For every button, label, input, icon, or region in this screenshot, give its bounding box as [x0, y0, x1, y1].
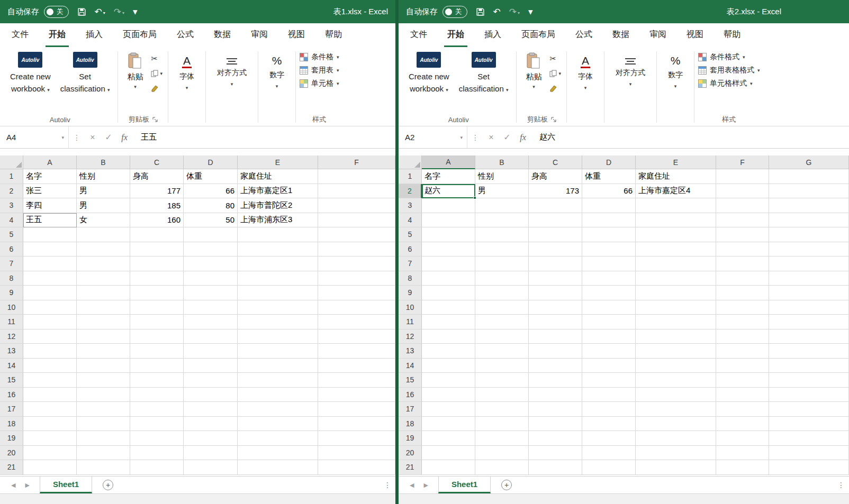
column-header-A[interactable]: A: [422, 155, 475, 169]
row-header-20[interactable]: 20: [0, 446, 23, 461]
row-header-2[interactable]: 2: [0, 184, 23, 199]
cell-D8[interactable]: [184, 271, 238, 286]
cell-F14[interactable]: [716, 359, 769, 373]
create-new-workbook-button[interactable]: Autoliv Create new workbook ▾: [6, 49, 55, 94]
cell-B13[interactable]: [77, 344, 130, 359]
format-painter-button[interactable]: [548, 83, 563, 94]
ribbon-tab-公式[interactable]: 公式: [572, 23, 595, 47]
cell-F11[interactable]: [716, 315, 769, 329]
cell-F18[interactable]: [716, 417, 769, 432]
save-icon[interactable]: [476, 7, 485, 16]
row-header-9[interactable]: 9: [399, 286, 422, 300]
cell-B8[interactable]: [77, 271, 130, 286]
column-header-F[interactable]: F: [716, 155, 769, 169]
cell-D10[interactable]: [184, 300, 238, 315]
cell-B16[interactable]: [475, 388, 529, 402]
cell-F8[interactable]: [716, 271, 769, 286]
cell-E11[interactable]: [238, 315, 318, 329]
cell-E1[interactable]: 家庭住址: [636, 169, 716, 184]
cell-A13[interactable]: [422, 344, 475, 359]
cell-C20[interactable]: [529, 446, 582, 461]
cell-A18[interactable]: [422, 417, 475, 432]
cell-A17[interactable]: [422, 402, 475, 417]
cell-F8[interactable]: [318, 271, 395, 286]
number-group-button[interactable]: % 数字 ▾: [661, 50, 690, 89]
cell-E13[interactable]: [238, 344, 318, 359]
cell-A18[interactable]: [23, 417, 77, 432]
cell-F2[interactable]: [318, 184, 395, 199]
cell-G2[interactable]: [769, 184, 849, 199]
ribbon-tab-文件[interactable]: 文件: [8, 23, 32, 47]
cell-B3[interactable]: 男: [77, 198, 130, 213]
cell-B6[interactable]: [475, 242, 529, 257]
cell-A4[interactable]: 王五: [23, 213, 77, 228]
row-header-3[interactable]: 3: [0, 198, 23, 213]
cell-E16[interactable]: [636, 388, 716, 402]
row-header-18[interactable]: 18: [399, 417, 422, 432]
cell-C2[interactable]: 173: [529, 184, 582, 199]
row-header-4[interactable]: 4: [399, 213, 422, 228]
cell-F5[interactable]: [318, 227, 395, 242]
cell-D18[interactable]: [582, 417, 636, 432]
cell-F21[interactable]: [716, 460, 769, 475]
column-header-F[interactable]: F: [318, 155, 395, 169]
ribbon-tab-页面布局[interactable]: 页面布局: [120, 23, 160, 47]
row-header-3[interactable]: 3: [399, 198, 422, 213]
copy-button[interactable]: ▾: [548, 68, 563, 79]
cell-C7[interactable]: [529, 256, 582, 271]
cell-B5[interactable]: [77, 227, 130, 242]
cell-G3[interactable]: [769, 198, 849, 213]
cell-A1[interactable]: 名字: [422, 169, 475, 184]
save-icon[interactable]: [77, 7, 86, 16]
cell-C1[interactable]: 身高: [529, 169, 582, 184]
cell-B7[interactable]: [475, 256, 529, 271]
format-as-table-button[interactable]: 套用表 ▾: [300, 66, 339, 75]
cell-E3[interactable]: 上海市普陀区2: [238, 198, 318, 213]
cell-G14[interactable]: [769, 359, 849, 373]
enter-icon[interactable]: ✓: [499, 132, 515, 142]
row-header-1[interactable]: 1: [399, 169, 422, 184]
cell-G18[interactable]: [769, 417, 849, 432]
cell-B18[interactable]: [475, 417, 529, 432]
ribbon-tab-数据[interactable]: 数据: [211, 23, 234, 47]
ribbon-tab-帮助[interactable]: 帮助: [720, 23, 744, 47]
cell-F5[interactable]: [716, 227, 769, 242]
cell-A6[interactable]: [422, 242, 475, 257]
cell-B21[interactable]: [475, 460, 529, 475]
ribbon-tab-数据[interactable]: 数据: [609, 23, 633, 47]
cell-B20[interactable]: [77, 446, 130, 461]
cell-C17[interactable]: [529, 402, 582, 417]
cell-B3[interactable]: [475, 198, 529, 213]
cell-G12[interactable]: [769, 329, 849, 344]
cell-E9[interactable]: [238, 286, 318, 300]
cell-F4[interactable]: [318, 213, 395, 228]
cell-D10[interactable]: [582, 300, 636, 315]
cell-E14[interactable]: [238, 359, 318, 373]
cell-C11[interactable]: [130, 315, 184, 329]
quick-access-more-icon[interactable]: ▾: [528, 7, 533, 16]
cell-D19[interactable]: [184, 431, 238, 446]
cell-C19[interactable]: [130, 431, 184, 446]
cell-E21[interactable]: [636, 460, 716, 475]
ribbon-tab-文件[interactable]: 文件: [407, 23, 430, 47]
name-box[interactable]: A4 ▾: [0, 126, 69, 148]
cell-D6[interactable]: [582, 242, 636, 257]
cell-D13[interactable]: [582, 344, 636, 359]
cell-A1[interactable]: 名字: [23, 169, 77, 184]
cell-B14[interactable]: [77, 359, 130, 373]
cell-F15[interactable]: [318, 373, 395, 388]
cell-C4[interactable]: [529, 213, 582, 228]
row-header-5[interactable]: 5: [399, 227, 422, 242]
cell-E16[interactable]: [238, 388, 318, 402]
row-header-6[interactable]: 6: [399, 242, 422, 257]
cell-D15[interactable]: [184, 373, 238, 388]
format-as-table-button[interactable]: 套用表格格式 ▾: [698, 66, 760, 75]
cell-A13[interactable]: [23, 344, 77, 359]
cell-A20[interactable]: [23, 446, 77, 461]
cell-D8[interactable]: [582, 271, 636, 286]
horizontal-scrollbar[interactable]: [0, 493, 395, 504]
cell-D18[interactable]: [184, 417, 238, 432]
cell-E15[interactable]: [238, 373, 318, 388]
cell-E9[interactable]: [636, 286, 716, 300]
cell-A17[interactable]: [23, 402, 77, 417]
